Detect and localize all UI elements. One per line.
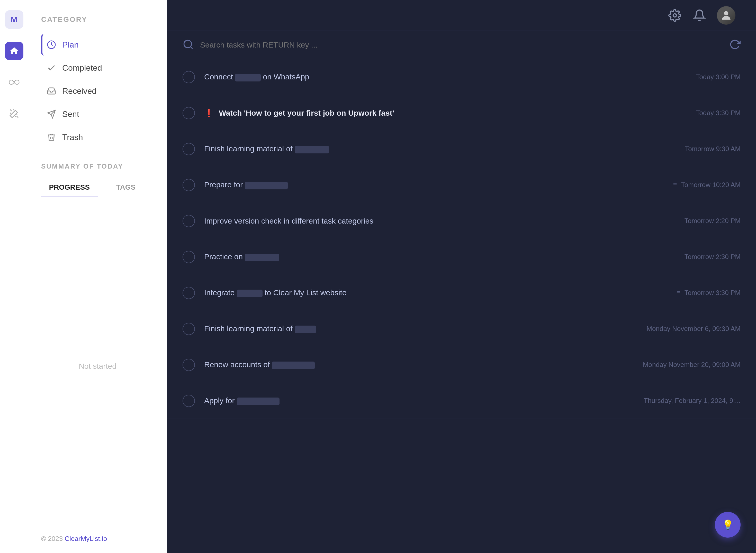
search-bar [167, 31, 756, 59]
task-checkbox[interactable] [183, 215, 195, 227]
task-text: Connect on WhatsApp [204, 72, 687, 81]
task-date: Monday November 6, 09:30 AM [646, 325, 741, 333]
task-date: ≡ Tomorrow 10:20 AM [673, 181, 741, 189]
task-checkbox[interactable] [183, 359, 195, 371]
trash-icon [46, 132, 57, 142]
task-row[interactable]: Finish learning material of Tomorrow 9:3… [167, 131, 756, 167]
infinite-icon[interactable] [5, 73, 23, 91]
task-date: Monday November 20, 09:00 AM [643, 361, 741, 369]
inbox-icon [46, 86, 57, 96]
plan-icon [46, 40, 57, 50]
summary-heading: SUMMARY OF TODAY [41, 162, 154, 170]
task-checkbox[interactable] [183, 71, 195, 83]
task-checkbox[interactable] [183, 251, 195, 263]
task-row[interactable]: Prepare for ≡ Tomorrow 10:20 AM [167, 167, 756, 203]
svg-line-6 [191, 47, 193, 49]
task-date: Today 3:30 PM [696, 109, 741, 117]
tab-progress[interactable]: PROGRESS [41, 178, 98, 198]
task-row[interactable]: Finish learning material of Monday Novem… [167, 311, 756, 347]
sidebar-item-trash-label: Trash [62, 133, 83, 142]
task-row[interactable]: Improve version check in different task … [167, 203, 756, 239]
svg-point-4 [724, 11, 729, 15]
svg-point-5 [184, 40, 192, 48]
task-list: Connect on WhatsApp Today 3:00 PM ❗ Watc… [167, 59, 756, 553]
task-date: Tomorrow 2:30 PM [685, 253, 741, 261]
task-date: Tomorrow 2:20 PM [685, 217, 741, 225]
sidebar-item-completed[interactable]: Completed [41, 57, 154, 79]
task-checkbox[interactable] [183, 179, 195, 191]
home-nav-button[interactable] [5, 42, 23, 60]
search-input[interactable] [200, 41, 723, 49]
list-icon: ≡ [677, 289, 680, 297]
task-checkbox[interactable] [183, 107, 195, 119]
task-text: Improve version check in different task … [204, 217, 675, 225]
fab-button[interactable]: 💡 [715, 512, 741, 538]
magic-icon[interactable] [5, 104, 23, 123]
check-icon [46, 63, 57, 73]
svg-point-3 [673, 14, 677, 17]
task-date: ≡ Tomorrow 3:30 PM [677, 289, 741, 297]
sidebar-item-sent-label: Sent [62, 109, 79, 119]
lightbulb-icon: 💡 [722, 519, 734, 530]
task-checkbox[interactable] [183, 143, 195, 155]
task-text: Prepare for [204, 180, 664, 189]
task-text: Renew accounts of [204, 360, 634, 369]
task-text: Apply for [204, 396, 634, 405]
summary-tabs: PROGRESS TAGS [41, 178, 154, 198]
task-checkbox[interactable] [183, 287, 195, 299]
task-text: Finish learning material of [204, 144, 676, 153]
task-date: Thursday, February 1, 2024, 9:... [644, 397, 741, 405]
sidebar-item-plan[interactable]: Plan [41, 34, 154, 56]
sidebar-item-sent[interactable]: Sent [41, 103, 154, 125]
task-row[interactable]: Integrate to Clear My List website ≡ Tom… [167, 275, 756, 311]
task-text-urgent: ❗ Watch 'How to get your first job on Up… [204, 108, 687, 117]
tab-tags[interactable]: TAGS [98, 178, 154, 198]
task-text: Integrate to Clear My List website [204, 288, 667, 297]
list-icon: ≡ [673, 181, 677, 189]
notification-icon[interactable] [692, 8, 707, 23]
task-checkbox[interactable] [183, 395, 195, 407]
sidebar: CATEGORY Plan Completed Received [28, 0, 167, 553]
topbar [167, 0, 756, 31]
sidebar-item-plan-label: Plan [62, 40, 79, 50]
app-logo: M [5, 10, 23, 29]
footer-copyright: © 2023 ClearMyList.io [41, 527, 154, 543]
sidebar-item-received[interactable]: Received [41, 80, 154, 102]
task-date: Today 3:00 PM [696, 73, 741, 81]
task-checkbox[interactable] [183, 323, 195, 335]
main-area: Connect on WhatsApp Today 3:00 PM ❗ Watc… [167, 0, 756, 553]
sidebar-item-completed-label: Completed [62, 63, 102, 73]
task-row[interactable]: Renew accounts of Monday November 20, 09… [167, 347, 756, 383]
settings-icon[interactable] [668, 8, 682, 23]
task-row[interactable]: ❗ Watch 'How to get your first job on Up… [167, 95, 756, 131]
task-row[interactable]: Apply for Thursday, February 1, 2024, 9:… [167, 383, 756, 419]
task-date: Tomorrow 9:30 AM [685, 145, 741, 153]
category-heading: CATEGORY [41, 15, 154, 24]
not-started-text: Not started [41, 205, 154, 527]
task-text: Finish learning material of [204, 324, 637, 333]
search-icon [183, 39, 194, 51]
refresh-icon[interactable] [729, 39, 741, 51]
user-avatar[interactable] [717, 6, 736, 25]
task-row[interactable]: Connect on WhatsApp Today 3:00 PM [167, 59, 756, 95]
icon-rail: M [0, 0, 28, 553]
sidebar-item-trash[interactable]: Trash [41, 127, 154, 148]
sent-icon [46, 109, 57, 119]
task-row[interactable]: Practice on Tomorrow 2:30 PM [167, 239, 756, 275]
sidebar-item-received-label: Received [62, 86, 96, 96]
urgent-icon: ❗ [204, 109, 214, 117]
task-text: Practice on [204, 252, 675, 261]
footer-link[interactable]: ClearMyList.io [65, 535, 107, 543]
